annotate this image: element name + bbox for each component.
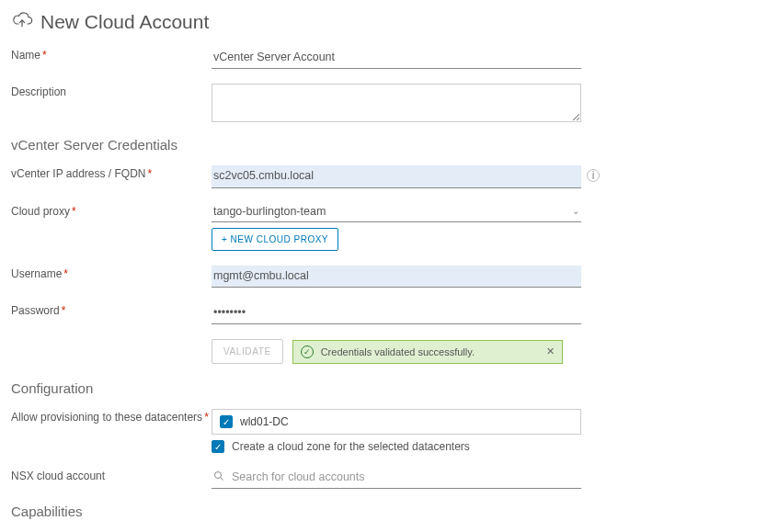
create-zone-checkbox[interactable]: ✓ bbox=[212, 440, 224, 453]
dc-checkbox[interactable]: ✓ bbox=[220, 415, 233, 428]
label-nsx: NSX cloud account bbox=[11, 468, 212, 482]
nsx-search-wrap[interactable] bbox=[212, 468, 581, 489]
svg-line-1 bbox=[221, 477, 223, 480]
cloud-icon bbox=[11, 9, 33, 34]
success-banner: ✓ Credentials validated successfully. ✕ bbox=[292, 340, 563, 364]
label-description: Description bbox=[11, 84, 212, 98]
fqdn-input[interactable] bbox=[212, 165, 581, 187]
nsx-search-input[interactable] bbox=[230, 470, 579, 484]
validate-button[interactable]: VALIDATE bbox=[212, 339, 283, 364]
dc-item-label: wld01-DC bbox=[240, 415, 289, 428]
cloud-proxy-value: tango-burlington-team bbox=[213, 205, 572, 218]
new-cloud-proxy-button[interactable]: + NEW CLOUD PROXY bbox=[212, 228, 338, 251]
create-zone-label: Create a cloud zone for the selected dat… bbox=[232, 440, 470, 453]
label-allow-dc: Allow provisioning to these datacenters* bbox=[11, 409, 212, 424]
success-message: Credentials validated successfully. bbox=[321, 346, 475, 357]
section-credentials: vCenter Server Credentials bbox=[11, 137, 756, 153]
svg-point-0 bbox=[215, 471, 222, 478]
label-password: Password* bbox=[11, 302, 212, 317]
label-fqdn: vCenter IP address / FQDN* bbox=[11, 165, 212, 180]
description-textarea[interactable] bbox=[212, 84, 581, 122]
datacenter-box[interactable]: ✓ wld01-DC bbox=[212, 409, 581, 435]
search-icon bbox=[213, 470, 224, 484]
section-configuration: Configuration bbox=[11, 380, 756, 396]
check-icon: ✓ bbox=[301, 345, 314, 358]
page-header: New Cloud Account bbox=[11, 9, 756, 34]
page-title: New Cloud Account bbox=[40, 11, 209, 33]
username-input[interactable] bbox=[212, 266, 581, 288]
close-icon[interactable]: ✕ bbox=[546, 345, 555, 357]
label-username: Username* bbox=[11, 266, 212, 280]
section-capabilities: Capabilities bbox=[11, 504, 756, 519]
label-proxy: Cloud proxy* bbox=[11, 203, 212, 218]
name-input[interactable] bbox=[212, 47, 581, 69]
info-icon[interactable]: i bbox=[587, 169, 600, 182]
label-name: Name* bbox=[11, 47, 212, 62]
chevron-down-icon: ⌄ bbox=[572, 206, 579, 216]
cloud-proxy-select[interactable]: tango-burlington-team ⌄ bbox=[212, 203, 581, 222]
password-input[interactable] bbox=[212, 302, 581, 324]
